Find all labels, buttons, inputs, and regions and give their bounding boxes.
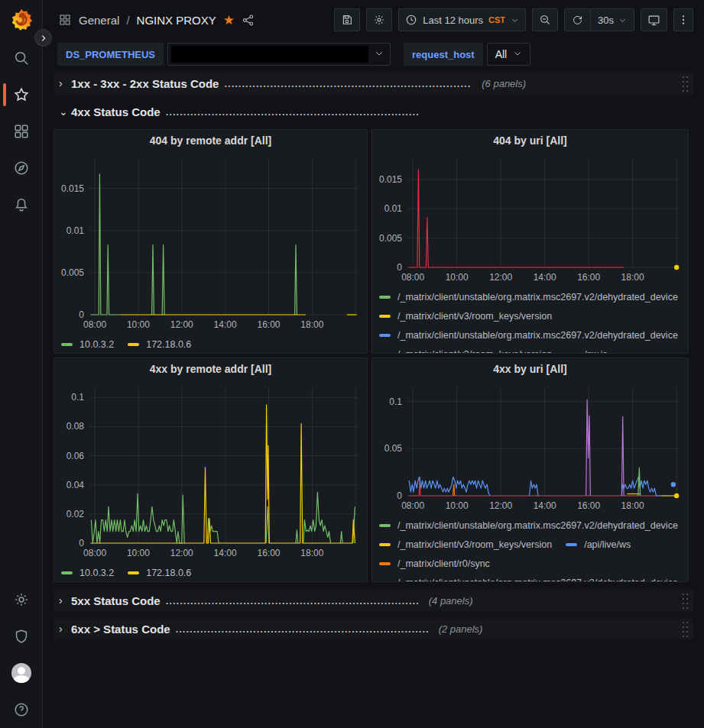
svg-text:0.06: 0.06 bbox=[67, 451, 85, 461]
panel-title[interactable]: 404 by remote addr [All] bbox=[54, 130, 367, 151]
row-title-leader: ........................................… bbox=[166, 595, 418, 607]
legend-item[interactable]: /_matrix/client/v3/room_keys/version bbox=[379, 349, 552, 354]
row-header-4xx[interactable]: ⌄ 4xx Status Code ......................… bbox=[54, 101, 693, 122]
time-range-label: Last 12 hours bbox=[423, 15, 483, 26]
svg-text:16:00: 16:00 bbox=[257, 548, 280, 558]
time-range-picker[interactable]: Last 12 hours CST bbox=[398, 8, 526, 31]
svg-text:10:00: 10:00 bbox=[446, 500, 469, 511]
legend-item[interactable]: 172.18.0.6 bbox=[128, 339, 191, 350]
refresh-interval-dropdown[interactable]: 30s bbox=[590, 9, 634, 31]
legend-label: /_matrix/client/v3/room_keys/version bbox=[397, 311, 552, 322]
legend-item[interactable]: /_matrix/client/v3/room_keys/version bbox=[379, 539, 552, 550]
request-host-value: All bbox=[495, 48, 508, 60]
row-panel-count: (2 panels) bbox=[439, 623, 483, 635]
save-dashboard-button[interactable] bbox=[334, 8, 360, 31]
legend-item[interactable]: /api/live/ws bbox=[566, 539, 631, 550]
legend-label: /_matrix/client/unstable/org.matrix.msc2… bbox=[397, 292, 678, 303]
legend-label: 172.18.0.6 bbox=[146, 568, 191, 578]
dashboard-title[interactable]: NGINX PROXY bbox=[137, 14, 216, 27]
timeseries-chart[interactable]: 08:0010:0012:0014:0016:0018:0000.0050.01… bbox=[54, 151, 367, 335]
zoom-out-time-button[interactable] bbox=[532, 8, 558, 31]
search-icon[interactable] bbox=[0, 40, 43, 76]
svg-text:18:00: 18:00 bbox=[300, 548, 323, 558]
row-drag-handle[interactable] bbox=[681, 620, 689, 637]
starred-dashboards-icon[interactable] bbox=[0, 76, 43, 113]
favorite-star-icon[interactable]: ★ bbox=[223, 12, 235, 28]
explore-compass-icon[interactable] bbox=[0, 150, 43, 186]
row-title-leader: ........................................… bbox=[224, 78, 471, 89]
row-header-1xx-3xx-2xx[interactable]: › 1xx - 3xx - 2xx Status Code ..........… bbox=[54, 73, 693, 94]
breadcrumb-folder[interactable]: General bbox=[79, 14, 119, 27]
share-icon[interactable] bbox=[242, 14, 255, 27]
alerting-bell-icon[interactable] bbox=[0, 186, 43, 223]
template-variables-bar: DS_PROMETHEUS request_host All bbox=[43, 40, 704, 69]
row-header-5xx[interactable]: › 5xx Status Code ......................… bbox=[54, 590, 693, 611]
svg-text:0: 0 bbox=[79, 538, 84, 548]
variable-value-ds-prometheus[interactable] bbox=[167, 43, 391, 66]
variable-label-ds-prometheus[interactable]: DS_PROMETHEUS bbox=[57, 43, 164, 66]
legend-item[interactable]: /_matrix/client/unstable/org.matrix.msc2… bbox=[379, 292, 678, 303]
refresh-button[interactable] bbox=[565, 9, 590, 31]
legend-item[interactable]: /sw.js bbox=[566, 349, 608, 354]
legend-swatch bbox=[379, 562, 391, 565]
legend-swatch bbox=[379, 353, 391, 354]
legend-swatch bbox=[566, 353, 577, 354]
settings-gear-icon[interactable] bbox=[0, 581, 43, 618]
legend-item[interactable]: /_matrix/client/unstable/org.matrix.msc2… bbox=[379, 330, 678, 341]
svg-text:0.005: 0.005 bbox=[61, 267, 84, 278]
timeseries-chart[interactable]: 08:0010:0012:0014:0016:0018:0000.020.040… bbox=[54, 380, 367, 563]
legend-item[interactable]: /_matrix/client/v3/room_keys/version bbox=[379, 311, 552, 322]
legend-item[interactable]: 10.0.3.2 bbox=[61, 339, 114, 350]
kebab-menu-button[interactable] bbox=[673, 8, 693, 31]
panel-title[interactable]: 4xx by uri [All] bbox=[372, 358, 688, 380]
legend-item[interactable]: 10.0.3.2 bbox=[61, 568, 114, 578]
panel-legend: 10.0.3.2172.18.0.6 bbox=[54, 335, 367, 354]
dashboard-settings-button[interactable] bbox=[366, 8, 392, 31]
svg-text:12:00: 12:00 bbox=[170, 548, 193, 558]
panel-404-by-remote-addr: 404 by remote addr [All] 08:0010:0012:00… bbox=[54, 129, 368, 354]
svg-text:0.1: 0.1 bbox=[71, 392, 84, 403]
variable-label-request-host[interactable]: request_host bbox=[404, 43, 483, 66]
panel-legend: /_matrix/client/unstable/org.matrix.msc2… bbox=[372, 516, 688, 582]
legend-item[interactable]: /_matrix/client/unstable/org.matrix.msc2… bbox=[379, 520, 678, 531]
svg-text:0.1: 0.1 bbox=[389, 396, 402, 407]
legend-label: /api/live/ws bbox=[584, 539, 631, 550]
row-drag-handle[interactable] bbox=[681, 592, 689, 609]
dashboards-icon[interactable] bbox=[0, 113, 43, 150]
cycle-view-mode-button[interactable] bbox=[641, 8, 667, 31]
admin-shield-icon[interactable] bbox=[0, 618, 43, 655]
legend-swatch bbox=[379, 296, 391, 299]
timeseries-chart[interactable]: 08:0010:0012:0014:0016:0018:0000.050.1 bbox=[372, 380, 688, 516]
sidebar-expand-button[interactable] bbox=[34, 29, 52, 47]
legend-swatch bbox=[379, 334, 391, 337]
svg-text:08:00: 08:00 bbox=[401, 272, 424, 283]
legend-item[interactable]: 172.18.0.6 bbox=[128, 568, 191, 578]
breadcrumb-separator: / bbox=[126, 14, 129, 27]
svg-text:0.005: 0.005 bbox=[379, 233, 402, 244]
svg-text:18:00: 18:00 bbox=[621, 500, 644, 511]
legend-label: 10.0.3.2 bbox=[79, 568, 114, 578]
chevron-down-icon bbox=[618, 16, 627, 24]
save-icon bbox=[341, 14, 353, 26]
svg-text:14:00: 14:00 bbox=[534, 272, 556, 283]
legend-swatch bbox=[379, 524, 391, 527]
panel-title[interactable]: 4xx by remote addr [All] bbox=[54, 358, 367, 380]
svg-text:0.01: 0.01 bbox=[67, 225, 85, 236]
variable-value-request-host[interactable]: All bbox=[487, 43, 531, 66]
row-drag-handle[interactable] bbox=[681, 75, 689, 92]
panel-title[interactable]: 404 by uri [All] bbox=[372, 130, 688, 151]
legend-row: /_matrix/client/r0/sync bbox=[379, 554, 688, 573]
legend-item[interactable]: /_matrix/client/r0/sync bbox=[379, 558, 490, 569]
legend-label: 172.18.0.6 bbox=[146, 339, 191, 350]
user-avatar[interactable] bbox=[0, 655, 43, 691]
help-icon[interactable] bbox=[0, 691, 43, 728]
legend-swatch bbox=[379, 581, 391, 583]
legend-item[interactable]: /_matrix/client/unstable/org.matrix.msc2… bbox=[379, 578, 678, 583]
timeseries-chart[interactable]: 08:0010:0012:0014:0016:0018:0000.0050.01… bbox=[372, 151, 688, 287]
refresh-controls: 30s bbox=[564, 8, 634, 31]
panel-legend: 10.0.3.2172.18.0.6 bbox=[54, 563, 367, 582]
panel-legend: /_matrix/client/unstable/org.matrix.msc2… bbox=[372, 287, 688, 354]
legend-label: /sw.js bbox=[584, 349, 608, 354]
legend-row: /_matrix/client/v3/room_keys/version/sw.… bbox=[379, 345, 688, 354]
row-header-6xx[interactable]: › 6xx > Status Code ....................… bbox=[54, 618, 693, 639]
